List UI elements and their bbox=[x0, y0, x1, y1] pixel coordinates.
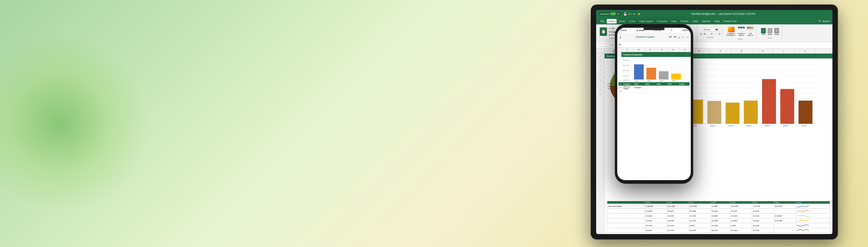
menu-review[interactable]: Review bbox=[679, 19, 690, 24]
phone-column-headers: A B C D E F bbox=[617, 48, 691, 52]
name-box-input[interactable] bbox=[598, 43, 610, 47]
excel-menu-bar: File Home Insert Draw Page Layout Formul… bbox=[596, 18, 832, 24]
phone-col-a: A bbox=[621, 48, 633, 52]
decrease-decimal-button[interactable]: .0→ bbox=[710, 33, 715, 35]
row-2013: $ 5,304 bbox=[730, 214, 752, 218]
back-button[interactable]: ‹ bbox=[620, 35, 621, 39]
redo-button[interactable]: ↪ bbox=[674, 35, 676, 39]
table-row: $ 1,476 $ 1,104 $ 696 $ 1,595 $ 492 $ 3,… bbox=[607, 223, 830, 228]
autosave-toggle[interactable] bbox=[610, 12, 616, 16]
menu-formulas[interactable]: Formulas bbox=[655, 19, 669, 24]
row-trend bbox=[796, 214, 830, 218]
svg-text:2014: 2014 bbox=[801, 124, 807, 127]
row-total bbox=[774, 223, 796, 228]
phone-chart-area: $44,000 $43,500 $43,000 $42,500 $42,000 … bbox=[617, 57, 691, 180]
header-2010: 2010 bbox=[667, 201, 689, 204]
table-row: $ 3,000 $ 3,972 $ 3,588 $ 4,025 $ 3,875 … bbox=[607, 209, 830, 214]
row-total bbox=[774, 209, 796, 214]
row-2013: $ 19,020 bbox=[730, 204, 752, 209]
autosave-label: AutoSave bbox=[600, 13, 609, 15]
menu-insert[interactable]: Insert bbox=[617, 19, 627, 24]
insert-cells-button[interactable]: + Insert bbox=[761, 27, 767, 36]
share-button[interactable]: ↑ bbox=[682, 35, 684, 39]
format-cells-button[interactable]: ⚙ Format bbox=[774, 27, 780, 36]
row-2012: $ 5,883 bbox=[711, 214, 730, 218]
cell-styles-label: CellStyles ▼ bbox=[747, 33, 753, 36]
autosave-badge: AutoSave On bbox=[598, 12, 621, 16]
dollar-button[interactable]: $ bbox=[700, 33, 703, 35]
menu-file[interactable]: File bbox=[598, 19, 606, 24]
phone-bar-chart-svg: $44,000 $43,500 $43,000 $42,500 $42,000 … bbox=[618, 58, 689, 82]
svg-text:$43,500: $43,500 bbox=[623, 64, 629, 66]
number-format-select[interactable]: General bbox=[701, 28, 719, 31]
menu-data[interactable]: Data bbox=[670, 19, 678, 24]
phone-battery-icon: 🔋 bbox=[670, 29, 673, 31]
row-2010: $ 17,628 bbox=[667, 204, 689, 209]
delete-label: Delete bbox=[768, 33, 772, 35]
phone-col-b: B bbox=[633, 48, 644, 52]
undo-icon[interactable]: ↩ bbox=[629, 12, 631, 16]
phone-bar-2014 bbox=[659, 71, 669, 79]
conditional-formatting-button[interactable]: ConditionalFormatting ▼ bbox=[726, 26, 736, 37]
phone-data-rows: 13 Category 2012 2013 2014 2015 Trends 1… bbox=[618, 82, 689, 93]
svg-text:2012: 2012 bbox=[747, 124, 752, 127]
phone-formula-input[interactable] bbox=[622, 43, 687, 45]
bar-2010 bbox=[707, 101, 721, 124]
row-num-9: 9 bbox=[596, 92, 604, 97]
header-2012: 2012 bbox=[711, 201, 730, 204]
menu-page-layout[interactable]: Page Layout bbox=[638, 19, 655, 24]
save-icon[interactable]: 💾 bbox=[623, 12, 627, 16]
phone-formula-bar: fx ⌄ bbox=[617, 41, 691, 48]
row-2012: $ 5,438 bbox=[711, 218, 730, 223]
row-2013: $ 5,844 bbox=[730, 218, 752, 223]
increase-decimal-button[interactable]: ←.0 bbox=[715, 33, 721, 35]
row-total: $ 33,843 bbox=[774, 214, 796, 218]
svg-text:2014: 2014 bbox=[783, 124, 788, 127]
phone-data-header-row: 13 Category 2012 2013 2014 2015 Trends bbox=[618, 82, 689, 86]
bar-2012 bbox=[744, 101, 758, 124]
col-header-j: J bbox=[795, 49, 815, 53]
menu-addins[interactable]: Add-ins bbox=[701, 19, 712, 24]
delete-cells-button[interactable]: − Delete bbox=[767, 27, 773, 36]
row-2009: $ 5,604 bbox=[645, 218, 667, 223]
comma-button[interactable]: , bbox=[707, 33, 709, 35]
svg-text:$43,000: $43,000 bbox=[623, 69, 629, 71]
row-2009: $ 6,672 bbox=[645, 228, 667, 233]
undo-button[interactable]: ↩ bbox=[669, 35, 672, 39]
quick-access-icon[interactable]: ⚡ bbox=[637, 12, 641, 16]
header-category bbox=[607, 201, 645, 204]
menu-help[interactable]: Help bbox=[713, 19, 721, 24]
phone-device: iPhone ▲ ●●●● 2:30 PM 🔋 100% ‹ Contoso 4… bbox=[615, 24, 693, 184]
menu-draw[interactable]: Draw bbox=[627, 19, 637, 24]
more-button[interactable]: ··· bbox=[686, 35, 688, 39]
number-label: Number bbox=[707, 36, 713, 38]
bar-2013 bbox=[762, 79, 776, 124]
svg-text:2013: 2013 bbox=[647, 80, 651, 82]
percent-button[interactable]: % bbox=[703, 33, 707, 35]
row-2012: $ 6,712 bbox=[711, 228, 730, 233]
row-2010: $ 3,972 bbox=[667, 209, 689, 214]
redo-icon[interactable]: ↪ bbox=[633, 12, 635, 16]
conditional-formatting-icon bbox=[728, 27, 735, 32]
format-as-table-button[interactable]: Format asTable ▼ bbox=[738, 26, 746, 37]
row-numbers: 1 2 3 4 5 6 7 8 9 bbox=[596, 54, 604, 234]
phone-status-bar: iPhone ▲ ●●●● 2:30 PM 🔋 100% bbox=[617, 28, 691, 33]
phone-data-row: 14 Rent and Utilities $ 58,048 bbox=[618, 86, 689, 89]
svg-text:2012: 2012 bbox=[635, 80, 639, 82]
paste-big-icon[interactable]: 📋 bbox=[600, 27, 607, 36]
row-2013: $ 3,875 bbox=[730, 209, 752, 214]
row-2014: $ 3,516 bbox=[752, 209, 774, 214]
menu-power-pivot[interactable]: Power Pivot bbox=[722, 19, 738, 24]
menu-home[interactable]: Home bbox=[607, 19, 617, 24]
svg-text:2011: 2011 bbox=[728, 124, 734, 127]
menu-view[interactable]: View bbox=[691, 19, 700, 24]
devices-container: AutoSave On 💾 ↩ ↪ ⚡ Monthly Budget.xlsx … bbox=[0, 0, 868, 247]
cell-styles-button[interactable]: CellStyles ▼ bbox=[747, 26, 754, 37]
row-trend bbox=[796, 218, 830, 223]
table-row: $ 6,672 $ 1,032 $ 5,893 $ 6,712 $ 7,033 … bbox=[607, 228, 830, 233]
row-2014: $ 3,513 bbox=[752, 214, 774, 218]
row-total: $ 34,466 bbox=[774, 218, 796, 223]
svg-text:2013: 2013 bbox=[765, 124, 770, 127]
search-icon[interactable]: 🔍 Search bbox=[818, 20, 830, 23]
search-button[interactable]: ⌕ bbox=[678, 35, 680, 39]
